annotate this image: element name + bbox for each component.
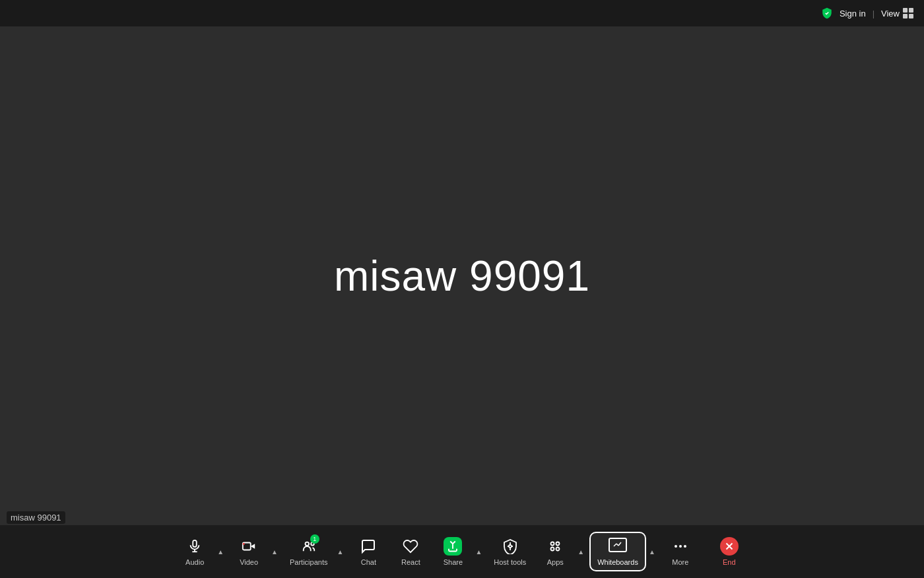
svg-marker-5 <box>251 544 255 548</box>
more-icon <box>671 537 690 556</box>
view-label: View <box>881 9 900 18</box>
top-divider: | <box>873 9 874 18</box>
end-label: End <box>723 558 736 566</box>
share-chevron[interactable]: ▲ <box>473 544 484 560</box>
more-button[interactable]: More <box>661 533 700 570</box>
audio-button[interactable]: Audio <box>175 533 214 570</box>
apps-icon <box>546 537 564 556</box>
shield-icon <box>821 7 833 19</box>
participants-chevron[interactable]: ▲ <box>334 544 346 560</box>
share-label: Share <box>444 558 463 566</box>
end-icon <box>720 537 739 556</box>
video-group: Video ▲ <box>229 533 280 570</box>
participant-count: 1 <box>310 534 319 544</box>
svg-point-14 <box>551 542 554 546</box>
participants-group: 1 Participants ▲ <box>283 533 346 570</box>
host-tools-label: Host tools <box>494 558 526 566</box>
apps-label: Apps <box>547 558 564 566</box>
chat-button[interactable]: Chat <box>348 533 388 570</box>
svg-point-21 <box>675 545 677 548</box>
svg-line-20 <box>618 542 621 546</box>
whiteboards-chevron[interactable]: ▲ <box>646 544 658 560</box>
svg-point-16 <box>551 548 554 551</box>
svg-point-9 <box>509 545 512 548</box>
svg-point-22 <box>679 545 682 548</box>
share-button[interactable]: Share <box>433 533 473 570</box>
apps-chevron[interactable]: ▲ <box>575 544 587 560</box>
toolbar: Audio ▲ Video ▲ <box>0 525 924 578</box>
react-button[interactable]: React <box>391 533 430 570</box>
end-button[interactable]: End <box>710 533 749 570</box>
video-icon <box>240 537 258 556</box>
apps-group: Apps ▲ <box>535 533 587 570</box>
svg-line-18 <box>614 544 616 546</box>
svg-point-6 <box>305 542 309 546</box>
more-label: More <box>672 558 688 566</box>
svg-point-23 <box>684 545 686 548</box>
share-icon <box>444 537 462 556</box>
host-tools-icon <box>501 537 519 556</box>
video-label: Video <box>240 558 258 566</box>
whiteboards-icon <box>609 537 627 556</box>
participants-icon: 1 <box>300 537 318 556</box>
whiteboards-button[interactable]: Whiteboards <box>589 532 646 571</box>
svg-point-17 <box>556 548 560 551</box>
top-bar: Sign in | View <box>0 0 924 26</box>
participants-label: Participants <box>290 558 327 566</box>
apps-button[interactable]: Apps <box>535 533 575 570</box>
view-button[interactable]: View <box>881 8 913 18</box>
react-icon <box>401 537 420 556</box>
audio-chevron[interactable]: ▲ <box>214 544 226 560</box>
whiteboards-group: Whiteboards ▲ <box>589 532 658 571</box>
whiteboards-label: Whiteboards <box>597 558 638 566</box>
top-bar-right: Sign in | View <box>821 7 913 19</box>
video-button[interactable]: Video <box>229 533 269 570</box>
participants-button[interactable]: 1 Participants <box>283 533 334 570</box>
audio-label: Audio <box>185 558 204 566</box>
signin-button[interactable]: Sign in <box>840 9 866 18</box>
react-label: React <box>401 558 420 566</box>
grid-icon <box>903 8 913 18</box>
chat-label: Chat <box>361 558 376 566</box>
host-tools-button[interactable]: Host tools <box>487 533 533 570</box>
video-chevron[interactable]: ▲ <box>269 544 280 560</box>
audio-group: Audio ▲ <box>175 533 226 570</box>
chat-icon <box>359 537 378 556</box>
meeting-title: misaw 99091 <box>334 252 590 301</box>
svg-rect-0 <box>193 540 197 547</box>
microphone-icon <box>185 537 204 556</box>
share-group: Share ▲ <box>433 533 484 570</box>
participant-name-label: misaw 99091 <box>7 511 65 524</box>
svg-point-15 <box>556 542 560 546</box>
main-content: misaw 99091 <box>0 26 924 525</box>
